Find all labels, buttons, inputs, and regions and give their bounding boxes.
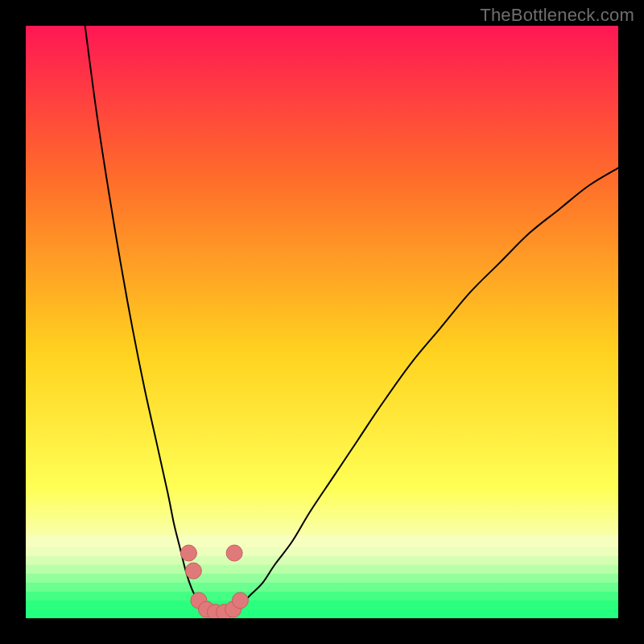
data-dot <box>185 563 201 579</box>
gradient-background <box>26 26 618 618</box>
green-band-strips <box>26 535 618 618</box>
gradient-band <box>26 592 618 601</box>
watermark-text: TheBottleneck.com <box>480 5 634 26</box>
gradient-band <box>26 583 618 592</box>
gradient-band <box>26 574 618 583</box>
gradient-band <box>26 535 618 547</box>
chart-svg <box>26 26 618 618</box>
data-dot <box>180 545 196 561</box>
gradient-band <box>26 556 618 565</box>
gradient-band <box>26 565 618 574</box>
gradient-band <box>26 601 618 609</box>
data-dot <box>226 545 242 561</box>
data-dot <box>232 592 248 609</box>
gradient-band <box>26 547 618 556</box>
gradient-band <box>26 609 618 618</box>
plot-area <box>26 26 618 618</box>
outer-frame: TheBottleneck.com <box>0 0 644 644</box>
